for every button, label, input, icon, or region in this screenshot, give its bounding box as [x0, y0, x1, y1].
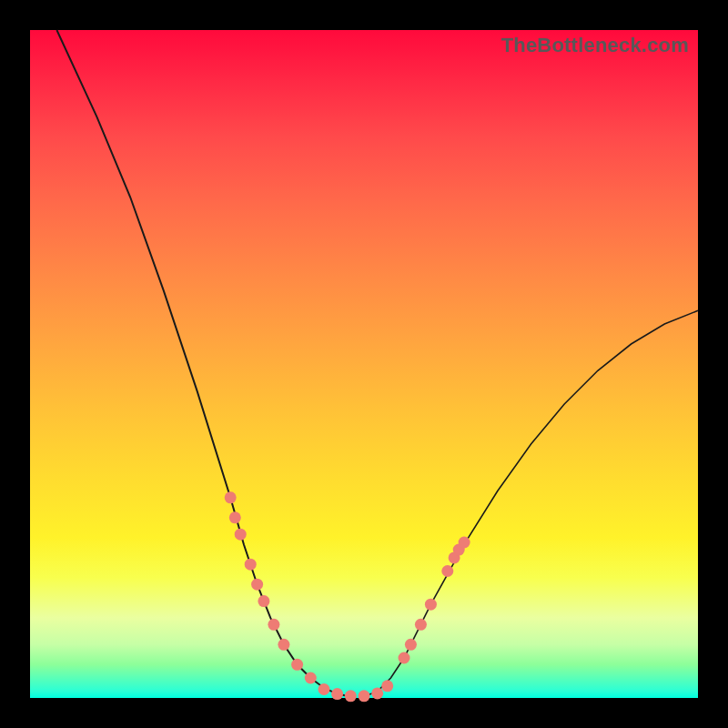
curve-layer — [56, 30, 698, 697]
data-point — [318, 683, 330, 695]
data-point — [415, 619, 427, 631]
data-point — [381, 680, 393, 692]
curve-left-curve — [56, 30, 350, 697]
chart-svg — [30, 30, 698, 698]
data-point — [405, 639, 417, 651]
data-point — [245, 559, 257, 571]
data-point — [305, 672, 317, 684]
marker-layer — [225, 491, 470, 702]
data-point — [371, 687, 383, 699]
data-point — [229, 511, 241, 523]
data-point — [251, 579, 263, 591]
data-point — [268, 619, 279, 631]
data-point — [399, 652, 410, 664]
data-point — [359, 690, 370, 702]
data-point — [235, 529, 247, 541]
data-point — [345, 690, 357, 702]
plot-area: TheBottleneck.com — [30, 30, 698, 698]
data-point — [425, 599, 437, 611]
data-point — [459, 537, 470, 549]
curve-right-curve — [364, 310, 698, 696]
chart-frame: TheBottleneck.com — [0, 0, 728, 728]
data-point — [225, 491, 237, 503]
data-point — [441, 565, 453, 577]
data-point — [291, 659, 303, 671]
data-point — [278, 639, 289, 651]
data-point — [331, 688, 343, 700]
data-point — [258, 595, 269, 607]
